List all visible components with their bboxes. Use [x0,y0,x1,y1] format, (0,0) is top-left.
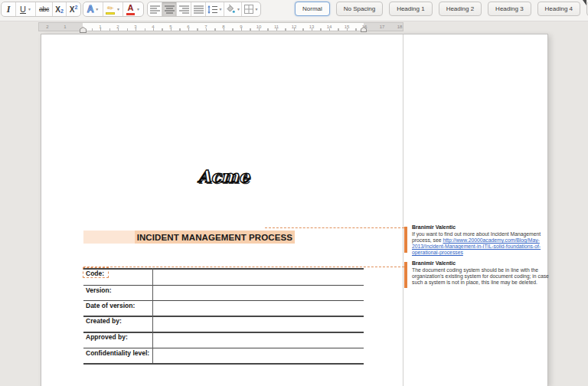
ruler-number: 3 [131,23,140,31]
align-right-icon [179,5,189,14]
title-highlight-band: INCIDENT MANAGEMENT PROCESS [83,231,295,244]
company-logo-text: Acme [83,166,364,186]
ruler-number: 7 [201,23,211,31]
comment-author: Branimir Valentic [412,224,456,230]
formatting-toolbar: I U ▼ abc X2 X2 A ▼ ✎ ▼ A [0,0,588,21]
comment-body: The document coding system should be in … [412,267,554,286]
shading-button[interactable]: ▼ [224,2,242,16]
highlight-icon: ✎ [106,5,115,15]
line-spacing-button[interactable]: ▼ [206,2,224,16]
style-heading-1[interactable]: Heading 1 [389,2,432,16]
align-center-button[interactable] [162,2,177,16]
align-left-icon [150,5,160,14]
table-row-label: Created by: [86,317,122,325]
table-border-line [83,363,364,365]
comment-anchor-line [265,227,404,228]
ruler-number: 1 [96,23,105,31]
document-title: INCIDENT MANAGEMENT PROCESS [135,231,295,244]
superscript-mark: 2 [74,5,77,10]
align-right-button[interactable] [177,2,191,16]
table-row-label: Confidentiality level: [86,349,149,357]
document-page[interactable]: Acme INCIDENT MANAGEMENT PROCESS Code: V… [41,34,548,386]
ruler-number: 13 [307,23,316,31]
ruler-number: 11 [272,23,281,31]
align-left-button[interactable] [148,2,162,16]
table-border-line [83,316,364,317]
ruler-number: 1 [60,23,70,31]
table-row-label: Version: [86,286,112,294]
ruler-number: 2 [43,23,52,31]
text-effects-icon: A [87,4,94,15]
subscript-base: X [55,5,60,14]
justify-button[interactable] [191,2,206,16]
strikethrough-button[interactable]: abc [36,2,53,16]
horizontal-ruler: 2 1 1 2 3 4 5 6 7 8 9 10 11 12 13 14 15 … [38,22,403,31]
ruler-number: 14 [325,23,334,31]
table-row-label: Approved by: [86,333,128,341]
borders-icon [244,5,253,14]
chevron-down-icon: ▼ [237,7,240,11]
superscript-base: X [70,5,75,14]
chevron-down-icon: ▼ [116,7,120,11]
align-center-icon [165,5,175,14]
comment-body: If you want to find out more about Incid… [412,231,554,256]
underline-button[interactable]: U ▼ [16,2,36,16]
comment-marker-bar [404,227,407,253]
table-row-label: Code: [86,270,104,277]
shading-icon [225,5,235,14]
chevron-down-icon: ▼ [219,7,223,11]
ruler-number: 15 [342,23,351,31]
style-no-spacing[interactable]: No Spacing [336,2,383,16]
comment-text: The document coding system should be in … [412,267,549,285]
ruler-number: 10 [254,23,263,31]
font-format-group: I U ▼ abc X2 X2 [1,2,81,17]
ruler-number: 8 [219,23,228,31]
line-spacing-icon [207,5,217,14]
chevron-down-icon: ▼ [136,7,140,11]
ruler-number: 12 [289,23,299,31]
italic-button[interactable]: I [2,2,16,16]
ruler-number: 6 [184,23,193,31]
subscript-mark: 2 [60,8,64,14]
paragraph-group: ▼ ▼ ▼ [147,2,261,17]
text-effects-button[interactable]: A ▼ [83,2,103,16]
word-processor-window: I U ▼ abc X2 X2 A ▼ ✎ ▼ A [0,0,588,386]
page-markup-divider [403,34,403,386]
ruler-number: 9 [237,23,246,31]
comment-author: Branimir Valentic [412,260,456,266]
ruler-number: 17 [377,23,387,31]
styles-gallery: Normal No Spacing Heading 1 Heading 2 He… [295,2,588,16]
underline-label: U [20,5,26,14]
text-color-group: A ▼ ✎ ▼ A ▼ [83,2,144,17]
styles-pane-expander-icon[interactable] [583,0,586,5]
font-color-button[interactable]: A ▼ [123,2,143,16]
justify-icon [194,5,204,14]
font-color-icon: A [126,4,135,15]
highlight-button[interactable]: ✎ ▼ [103,2,123,16]
table-border-line [83,268,364,270]
style-normal[interactable]: Normal [295,2,330,16]
style-heading-3[interactable]: Heading 3 [488,2,531,16]
chevron-down-icon: ▼ [255,7,259,11]
table-border-line [83,285,364,286]
borders-button[interactable]: ▼ [242,2,260,16]
superscript-button[interactable]: X2 [67,2,80,16]
comment-marker-bar [404,262,407,288]
style-heading-4[interactable]: Heading 4 [537,2,580,16]
ruler-number: 18 [395,23,404,31]
table-column-divider [152,268,153,363]
style-heading-2[interactable]: Heading 2 [439,2,482,16]
ruler-number: 2 [113,23,122,31]
ruler-number: 5 [166,23,175,31]
chevron-down-icon: ▼ [28,7,31,11]
chevron-down-icon: ▼ [95,7,99,11]
comment-anchor-line [83,267,404,267]
subscript-button[interactable]: X2 [53,2,67,16]
ruler-number: 4 [149,23,158,31]
table-row-label: Date of version: [86,302,135,309]
